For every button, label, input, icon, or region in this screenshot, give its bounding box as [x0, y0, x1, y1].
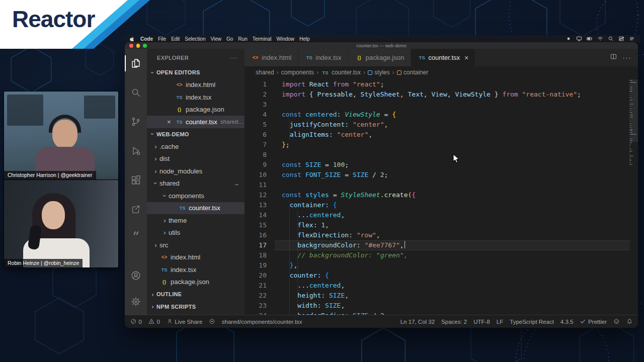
menu-window[interactable]: Window	[277, 36, 295, 42]
code-line-5[interactable]: justifyContent: "center",	[275, 120, 630, 130]
control-center-icon[interactable]	[618, 36, 624, 42]
open-editor-index.html[interactable]: <>index.html	[147, 79, 245, 92]
breadcrumb-styles[interactable]: styles	[368, 69, 390, 76]
code-line-15[interactable]: flex: 1,	[275, 220, 630, 230]
section-open-editors[interactable]: › OPEN EDITORS	[147, 66, 245, 79]
activity-source-control[interactable]	[125, 107, 147, 136]
tree-file-counter.tsx[interactable]: TScounter.tsx	[147, 202, 245, 215]
code-line-2[interactable]: import { Pressable, StyleSheet, Text, Vi…	[275, 89, 630, 100]
status-notifications[interactable]	[626, 318, 633, 325]
activity-search[interactable]	[125, 78, 147, 107]
code-line-10[interactable]: const FONT_SIZE = SIZE / 2;	[275, 170, 630, 180]
tree-file-index.html[interactable]: <>index.html	[147, 251, 245, 264]
split-editor-icon[interactable]	[610, 53, 617, 62]
scrollbar-thumb[interactable]	[631, 79, 638, 142]
breadcrumb-counter.tsx[interactable]: TScounter.tsx	[321, 69, 361, 76]
status-language-mode[interactable]: TypeScript React	[510, 319, 554, 325]
menu-view[interactable]: View	[211, 36, 222, 42]
status-problems-warnings[interactable]: 0	[148, 318, 160, 325]
status-typescript-version[interactable]: 4.3.5	[560, 319, 574, 325]
code-line-19[interactable]: },	[275, 260, 630, 270]
tree-folder-src[interactable]: ›src	[147, 239, 245, 251]
code-line-24[interactable]: borderRadius: SIZE / 2,	[275, 311, 630, 315]
tree-folder-.cache[interactable]: ›.cache	[147, 140, 245, 153]
code-line-14[interactable]: ...centered,	[275, 210, 630, 220]
status-live-session[interactable]	[209, 318, 215, 325]
code-line-11[interactable]	[275, 180, 630, 190]
tree-folder-theme[interactable]: ›theme	[147, 214, 245, 227]
code-line-7[interactable]: };	[275, 140, 630, 150]
code-line-4[interactable]: const centered: ViewStyle = {	[275, 110, 630, 120]
section-npm-scripts[interactable]: › NPM SCRIPTS	[147, 301, 245, 313]
code-line-23[interactable]: width: SIZE,	[275, 301, 630, 311]
code-line-16[interactable]: flexDirection: "row",	[275, 230, 630, 240]
activity-run-and-debug[interactable]	[125, 136, 147, 165]
line-numbers[interactable]: 123456789101112131415161718192021222324	[245, 79, 267, 315]
status-cursor-position[interactable]: Ln 17, Col 32	[400, 319, 435, 325]
tree-folder-dist[interactable]: ›dist	[147, 153, 245, 165]
status-active-file-path[interactable]: shared/components/counter.tsx	[222, 319, 302, 325]
menu-go[interactable]: Go	[226, 36, 233, 42]
menu-terminal[interactable]: Terminal	[253, 36, 272, 42]
status-encoding[interactable]: UTF-8	[473, 319, 490, 325]
tree-folder-utils[interactable]: ›utils	[147, 227, 245, 239]
tab-index.tsx[interactable]: TSindex.tsx	[298, 49, 348, 66]
code-line-3[interactable]	[275, 100, 630, 110]
record-dot-icon[interactable]	[566, 36, 572, 42]
activity-live-share[interactable]	[125, 195, 147, 224]
code-content[interactable]: import React from "react";import { Press…	[275, 79, 630, 315]
code-line-13[interactable]: container: {	[275, 200, 630, 210]
menu-run[interactable]: Run	[238, 36, 247, 42]
close-tab-icon[interactable]: ×	[464, 54, 468, 62]
activity-accounts[interactable]	[125, 262, 147, 289]
tree-folder-components[interactable]: ›components	[147, 190, 245, 202]
menu-list-icon[interactable]	[629, 36, 635, 42]
tree-file-index.tsx[interactable]: TSindex.tsx	[147, 263, 245, 276]
code-line-1[interactable]: import React from "react";	[275, 79, 630, 89]
code-line-17[interactable]: backgroundColor: "#ee7767",	[275, 240, 630, 250]
code-line-12[interactable]: const styles = StyleSheet.create({	[275, 190, 630, 200]
status-indentation[interactable]: Spaces: 2	[441, 319, 467, 325]
activity-manage[interactable]	[125, 289, 147, 315]
tree-folder-node_modules[interactable]: ›node_modules	[147, 165, 245, 177]
wifi-icon[interactable]	[597, 36, 603, 42]
vscode-titlebar[interactable]: counter.tsx — web-demo	[125, 42, 638, 49]
explorer-more-actions-icon[interactable]: ···	[230, 55, 238, 61]
section-outline[interactable]: › OUTLINE	[147, 288, 245, 301]
activity-comments[interactable]: “	[125, 224, 147, 253]
menu-file[interactable]: File	[158, 36, 166, 42]
battery-icon[interactable]	[587, 36, 593, 42]
more-actions-icon[interactable]: ···	[623, 54, 632, 61]
breadcrumb-container[interactable]: container	[397, 69, 428, 76]
tab-package.json[interactable]: {}package.json	[349, 49, 412, 66]
status-live-share[interactable]: Live Share	[167, 318, 202, 325]
activity-extensions[interactable]	[125, 165, 147, 195]
open-editor-index.tsx[interactable]: TSindex.tsx	[147, 91, 245, 104]
breadcrumb-components[interactable]: components	[281, 69, 314, 76]
status-prettier[interactable]: Prettier	[580, 318, 607, 325]
activity-explorer[interactable]	[125, 49, 147, 78]
tab-counter.tsx[interactable]: TScounter.tsx×	[411, 49, 475, 66]
breadcrumb-shared[interactable]: shared	[256, 69, 274, 76]
open-editor-package.json[interactable]: {}package.json	[147, 104, 245, 116]
status-problems-errors[interactable]: 0	[130, 318, 142, 325]
code-line-18[interactable]: // backgroundColor: "green",	[275, 250, 630, 260]
status-feedback[interactable]	[613, 318, 620, 325]
close-editor-icon[interactable]: ×	[167, 118, 175, 126]
tab-index.html[interactable]: <>index.html	[245, 49, 298, 66]
open-editor-counter.tsx[interactable]: ×TScounter.tsxshared…	[147, 116, 245, 128]
code-line-20[interactable]: counter: {	[275, 270, 630, 281]
status-eol[interactable]: LF	[497, 319, 503, 325]
section-web-demo[interactable]: › WEB-DEMO	[147, 128, 245, 141]
code-editor[interactable]: 123456789101112131415161718192021222324 …	[245, 78, 638, 315]
code-line-21[interactable]: ...centered,	[275, 281, 630, 291]
menu-edit[interactable]: Edit	[171, 36, 180, 42]
reveal-arrow-icon[interactable]: →	[233, 180, 239, 187]
search-icon[interactable]	[608, 36, 614, 42]
code-line-6[interactable]: alignItems: "center",	[275, 130, 630, 140]
code-line-22[interactable]: height: SIZE,	[275, 291, 630, 301]
menu-selection[interactable]: Selection	[185, 36, 205, 42]
display-icon[interactable]	[576, 36, 582, 42]
tree-file-package.json[interactable]: {}package.json	[147, 276, 245, 289]
tree-folder-shared[interactable]: ›shared→	[147, 177, 245, 190]
